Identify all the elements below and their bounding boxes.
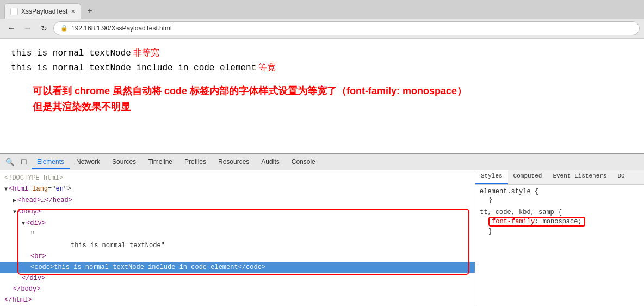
- tab-close-button[interactable]: ×: [71, 7, 75, 15]
- expand-icon[interactable]: ▼: [4, 185, 8, 194]
- style-selector-code: tt, code, kbd, samp {: [480, 209, 640, 216]
- dom-line-highlighted[interactable]: <code>this is normal textNode include in…: [0, 262, 475, 273]
- address-bar[interactable]: 🔒 192.168.1.90/XssPayloadTest.html: [53, 21, 640, 35]
- tab-elements[interactable]: Elements: [32, 156, 70, 169]
- style-close: }: [480, 195, 640, 204]
- tab-network[interactable]: Network: [71, 156, 106, 169]
- dom-line: </html>: [0, 295, 475, 305]
- dom-line[interactable]: ▼<body>: [0, 206, 475, 218]
- styles-panel: Styles Computed Event Listeners DO eleme…: [475, 170, 644, 305]
- new-tab-button[interactable]: +: [83, 4, 96, 17]
- style-close2: }: [480, 227, 640, 236]
- devtools-body: <!DOCTYPE html> ▼<html lang="en"> ▶<head…: [0, 170, 644, 305]
- devtools-toolbar: 🔍 ☐ Elements Network Sources Timeline Pr…: [0, 154, 644, 170]
- dom-line[interactable]: ▼<div>: [0, 218, 475, 229]
- tab-favicon: [10, 8, 18, 15]
- styles-tab-styles[interactable]: Styles: [475, 170, 508, 184]
- expand-icon[interactable]: ▼: [22, 219, 25, 229]
- styles-tab-event-listeners[interactable]: Event Listeners: [547, 170, 612, 184]
- collapse-icon[interactable]: ▶: [13, 196, 16, 206]
- forward-button[interactable]: →: [21, 21, 35, 35]
- page-content: this is normal textNode 非等宽 this is norm…: [0, 39, 644, 153]
- devtools-panel: 🔍 ☐ Elements Network Sources Timeline Pr…: [0, 153, 644, 305]
- desc-line1: 可以看到 chrome 虽然自动将 code 标签内部的字体样式设置为等宽了（f…: [33, 83, 633, 99]
- tab-audits[interactable]: Audits: [256, 156, 284, 169]
- style-prop-line: font-family: monospace;: [480, 216, 640, 227]
- line2-label: 等宽: [258, 62, 276, 74]
- styles-tab-do[interactable]: DO: [612, 170, 630, 184]
- line2-mono-text: this is normal textNode include in code …: [11, 63, 256, 73]
- tab-sources[interactable]: Sources: [107, 156, 141, 169]
- line1-mono-text: this is normal textNode: [11, 48, 131, 58]
- inspect-element-button[interactable]: 🔍: [3, 156, 16, 169]
- line1-label: 非等宽: [133, 47, 159, 59]
- dom-line: </div>: [0, 273, 475, 284]
- description-block: 可以看到 chrome 虽然自动将 code 标签内部的字体样式设置为等宽了（f…: [33, 83, 633, 115]
- expand-icon[interactable]: ▼: [13, 207, 16, 217]
- dom-panel: <!DOCTYPE html> ▼<html lang="en"> ▶<head…: [0, 170, 475, 305]
- tab-console[interactable]: Console: [286, 156, 321, 169]
- dom-line[interactable]: ▶<head>…</head>: [0, 195, 475, 206]
- tab-bar: XssPayloadTest × +: [0, 0, 644, 19]
- tab-resources[interactable]: Resources: [213, 156, 255, 169]
- dom-line: </body>: [0, 284, 475, 295]
- style-selector: element.style {: [480, 188, 640, 195]
- dom-line: ": [0, 229, 475, 240]
- dom-line: this is normal textNode": [0, 240, 475, 251]
- line2: this is normal textNode include in code …: [11, 62, 633, 74]
- nav-bar: ← → ↻ 🔒 192.168.1.90/XssPayloadTest.html: [0, 19, 644, 38]
- styles-tab-computed[interactable]: Computed: [508, 170, 548, 184]
- desc-line2: 但是其渲染效果不明显: [33, 99, 633, 115]
- refresh-button[interactable]: ↻: [37, 21, 51, 35]
- tab-timeline[interactable]: Timeline: [143, 156, 178, 169]
- dom-line[interactable]: <br>: [0, 251, 475, 262]
- back-button[interactable]: ←: [4, 21, 18, 35]
- styles-content: element.style { } tt, code, kbd, samp { …: [475, 185, 644, 243]
- line1: this is normal textNode 非等宽: [11, 47, 633, 59]
- browser-chrome: XssPayloadTest × + ← → ↻ 🔒 192.168.1.90/…: [0, 0, 644, 39]
- tab-title: XssPayloadTest: [21, 8, 67, 15]
- url-text: 192.168.1.90/XssPayloadTest.html: [71, 25, 172, 32]
- style-rule-code: tt, code, kbd, samp { font-family: monos…: [480, 209, 640, 236]
- dom-line[interactable]: ▼<html lang="en">: [0, 183, 475, 195]
- style-highlighted-prop: font-family: monospace;: [488, 217, 585, 227]
- active-tab[interactable]: XssPayloadTest ×: [4, 3, 81, 19]
- tab-profiles[interactable]: Profiles: [179, 156, 212, 169]
- dom-line: <!DOCTYPE html>: [0, 173, 475, 183]
- device-mode-button[interactable]: ☐: [17, 156, 30, 169]
- lock-icon: 🔒: [60, 25, 68, 32]
- styles-tabs: Styles Computed Event Listeners DO: [475, 170, 644, 185]
- style-rule-element: element.style { }: [480, 188, 640, 204]
